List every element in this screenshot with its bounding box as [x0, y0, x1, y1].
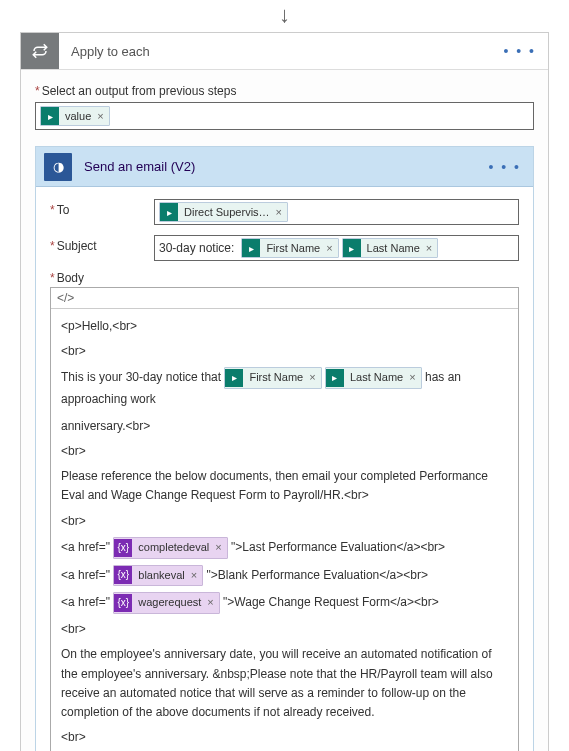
token-value[interactable]: ▸ value ×	[40, 106, 110, 126]
token-remove-icon[interactable]: ×	[426, 242, 437, 254]
token-remove-icon[interactable]: ×	[97, 110, 108, 122]
body-text: ">Blank Performance Evaluation</a><br>	[207, 568, 428, 582]
body-line: <a href=" {x} blankeval × ">Blank Perfor…	[61, 565, 508, 587]
loop-title: Apply to each	[59, 44, 492, 59]
token-last-name[interactable]: ▸ Last Name ×	[325, 367, 422, 389]
body-line: This is your 30-day notice that ▸ First …	[61, 367, 508, 410]
token-label: wagerequest	[132, 593, 207, 613]
to-label: To	[50, 199, 154, 217]
body-text: This is your 30-day notice that	[61, 370, 221, 384]
token-remove-icon[interactable]: ×	[409, 368, 420, 388]
body-line: <p>Hello,<br>	[61, 317, 508, 336]
token-completedeval[interactable]: {x} completedeval ×	[113, 537, 227, 559]
send-email-card: ◑ Send an email (V2) • • • To ▸ Direct S…	[35, 146, 534, 751]
sharepoint-icon: ▸	[343, 239, 361, 257]
expression-icon: {x}	[114, 594, 132, 612]
sharepoint-icon: ▸	[225, 369, 243, 387]
loop-menu[interactable]: • • •	[492, 43, 548, 59]
email-title: Send an email (V2)	[72, 159, 477, 174]
apply-to-each-card: Apply to each • • • Select an output fro…	[20, 32, 549, 751]
body-text: ">Last Performance Evaluation</a><br>	[231, 540, 445, 554]
body-text: ">Wage Change Request Form</a><br>	[223, 595, 439, 609]
body-line: <br>	[61, 620, 508, 639]
body-text: <a href="	[61, 540, 110, 554]
sharepoint-icon: ▸	[242, 239, 260, 257]
loop-icon	[21, 33, 59, 69]
token-remove-icon[interactable]: ×	[309, 368, 320, 388]
body-text: <a href="	[61, 595, 110, 609]
email-menu[interactable]: • • •	[477, 159, 533, 175]
token-first-name[interactable]: ▸ First Name ×	[224, 367, 321, 389]
token-label: First Name	[260, 242, 326, 254]
subject-prefix: 30-day notice:	[159, 241, 238, 255]
body-line: Please reference the below documents, th…	[61, 467, 508, 505]
token-wagerequest[interactable]: {x} wagerequest ×	[113, 592, 219, 614]
loop-header[interactable]: Apply to each • • •	[21, 33, 548, 70]
outlook-icon: ◑	[44, 153, 72, 181]
sharepoint-icon: ▸	[326, 369, 344, 387]
email-header[interactable]: ◑ Send an email (V2) • • •	[36, 147, 533, 187]
connector-arrow: ↓	[0, 0, 569, 32]
token-label: Last Name	[361, 242, 426, 254]
body-text: <a href="	[61, 568, 110, 582]
body-line: <br>	[61, 728, 508, 747]
token-remove-icon[interactable]: ×	[207, 593, 218, 613]
code-view-icon[interactable]: </>	[51, 288, 518, 309]
token-label: Direct Supervis…	[178, 206, 276, 218]
token-last-name[interactable]: ▸ Last Name ×	[342, 238, 439, 258]
token-remove-icon[interactable]: ×	[191, 566, 202, 586]
token-remove-icon[interactable]: ×	[215, 538, 226, 558]
body-label: Body	[50, 271, 519, 285]
body-line: <a href=" {x} wagerequest × ">Wage Chang…	[61, 592, 508, 614]
body-line: anniversary.<br>	[61, 417, 508, 436]
sharepoint-icon: ▸	[160, 203, 178, 221]
token-value-label: value	[59, 110, 97, 122]
expression-icon: {x}	[114, 539, 132, 557]
expression-icon: {x}	[114, 566, 132, 584]
body-line: <br>	[61, 512, 508, 531]
subject-label: Subject	[50, 235, 154, 253]
token-label: completedeval	[132, 538, 215, 558]
body-line: On the employee's anniversary date, you …	[61, 645, 508, 722]
body-line: <a href=" {x} completedeval × ">Last Per…	[61, 537, 508, 559]
to-field[interactable]: ▸ Direct Supervis… ×	[154, 199, 519, 225]
subject-field[interactable]: 30-day notice: ▸ First Name × ▸ Last Nam…	[154, 235, 519, 261]
sharepoint-icon: ▸	[41, 107, 59, 125]
token-remove-icon[interactable]: ×	[326, 242, 337, 254]
token-label: Last Name	[344, 368, 409, 388]
body-editor[interactable]: </> <p>Hello,<br> <br> This is your 30-d…	[50, 287, 519, 751]
body-line: <br>	[61, 442, 508, 461]
token-label: First Name	[243, 368, 309, 388]
token-first-name[interactable]: ▸ First Name ×	[241, 238, 338, 258]
select-output-field[interactable]: ▸ value ×	[35, 102, 534, 130]
token-blankeval[interactable]: {x} blankeval ×	[113, 565, 203, 587]
body-line: <br>	[61, 342, 508, 361]
body-content[interactable]: <p>Hello,<br> <br> This is your 30-day n…	[51, 309, 518, 751]
select-output-label: Select an output from previous steps	[35, 84, 534, 98]
token-label: blankeval	[132, 566, 190, 586]
token-direct-supervisor[interactable]: ▸ Direct Supervis… ×	[159, 202, 288, 222]
token-remove-icon[interactable]: ×	[276, 206, 287, 218]
